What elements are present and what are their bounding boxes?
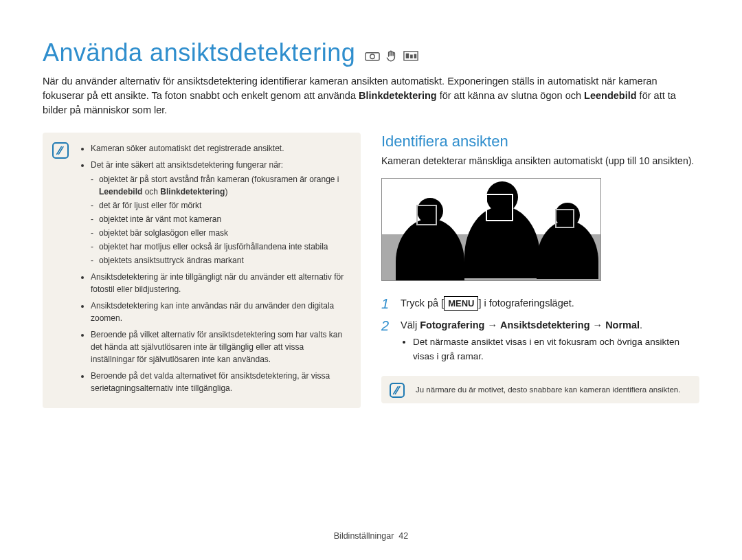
note-item: Beroende på vilket alternativ för ansikt… xyxy=(91,328,350,366)
intro-paragraph: När du använder alternativ för ansiktsde… xyxy=(43,74,699,117)
svg-point-1 xyxy=(370,54,374,58)
svg-rect-5 xyxy=(414,54,417,58)
footer-label: Bildinställningar xyxy=(334,531,394,541)
section-heading: Identifiera ansikten xyxy=(381,133,699,150)
scene-mode-icon xyxy=(403,51,418,62)
intro-bold: Blinkdetektering xyxy=(359,90,437,101)
menu-button-label: MENU xyxy=(444,296,478,311)
note-item: Ansiktsdetektering kan inte användas när… xyxy=(91,300,350,324)
step-number: 1 xyxy=(381,296,394,311)
camera-mode-icon xyxy=(365,51,380,62)
note-subitem: objektet bär solglasögon eller mask xyxy=(91,227,350,239)
note-subitem: objektet inte är vänt mot kameran xyxy=(91,213,350,225)
face-frame-active xyxy=(486,194,513,221)
step-number: 2 xyxy=(381,318,394,363)
footer-page-number: 42 xyxy=(398,531,408,541)
note-subitem: objektet är på stort avstånd från kamera… xyxy=(91,173,350,198)
note-item: Kameran söker automatiskt det registrera… xyxy=(91,142,350,155)
mode-icons xyxy=(365,51,418,62)
face-frame xyxy=(555,209,574,228)
face-frame xyxy=(416,205,437,225)
step-text: ] i fotograferingsläget. xyxy=(478,298,574,309)
note-icon xyxy=(52,142,69,159)
note-subitem: objektet har motljus eller också är ljus… xyxy=(91,240,350,253)
step-1: 1 Tryck på [MENU] i fotograferingsläget. xyxy=(381,296,699,311)
note-text: Det är inte säkert att ansiktsdetekterin… xyxy=(91,160,283,170)
step-2: 2 Välj Fotografering → Ansiktsdetekterin… xyxy=(381,318,699,363)
note-icon xyxy=(390,383,405,398)
intro-text: för att känna av slutna ögon och xyxy=(437,90,584,101)
page-title: Använda ansiktsdetektering xyxy=(43,38,355,67)
step-text: → xyxy=(590,320,606,331)
page-footer: Bildinställningar 42 xyxy=(0,531,742,541)
svg-rect-4 xyxy=(410,55,413,58)
step-text: → xyxy=(484,320,500,331)
tip-box: Ju närmare du är motivet, desto snabbare… xyxy=(381,376,699,403)
intro-bold: Leendebild xyxy=(584,90,637,101)
step-bold: Fotografering xyxy=(420,320,484,331)
note-subitem: objektets ansiktsuttryck ändras markant xyxy=(91,254,350,267)
section-description: Kameran detekterar mänskliga ansikten au… xyxy=(381,155,699,168)
step-bold: Ansiktsdetektering xyxy=(500,320,590,331)
note-item: Beroende på det valda alternativet för a… xyxy=(91,370,350,394)
step-text: . xyxy=(640,320,642,331)
step-text: Välj xyxy=(401,320,420,331)
step-bold: Normal xyxy=(605,320,640,331)
tip-text: Ju närmare du är motivet, desto snabbare… xyxy=(416,385,680,394)
hand-mode-icon xyxy=(384,51,399,62)
face-detection-illustration xyxy=(381,178,601,281)
note-item: Det är inte säkert att ansiktsdetekterin… xyxy=(91,159,350,267)
note-item: Ansiktsdetektering är inte tillgängligt … xyxy=(91,271,350,295)
svg-rect-3 xyxy=(406,54,409,58)
note-subitem: det är för ljust eller för mörkt xyxy=(91,199,350,212)
note-box: Kameran söker automatiskt det registrera… xyxy=(43,133,361,408)
step-text: Tryck på [ xyxy=(401,298,444,309)
step-bullet: Det närmaste ansiktet visas i en vit fok… xyxy=(413,335,699,363)
